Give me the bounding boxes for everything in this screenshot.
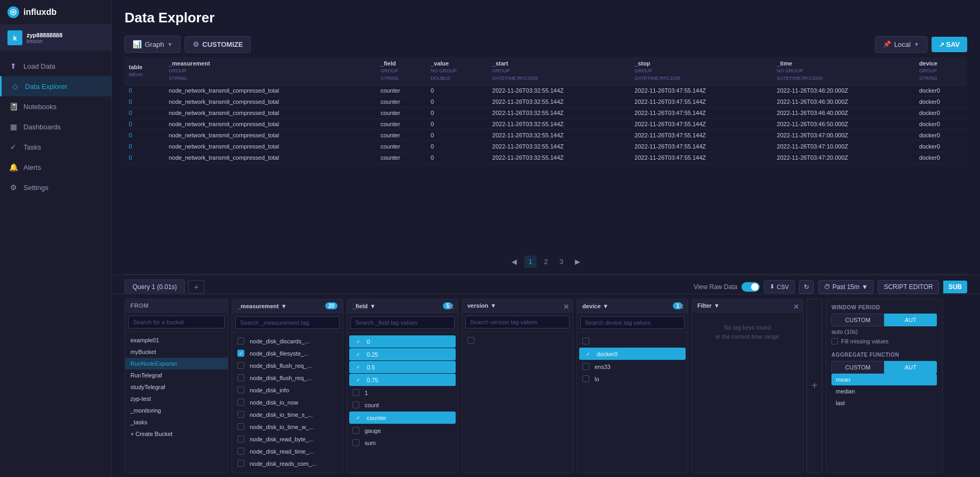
list-item[interactable]: RunNodeExporter — [125, 358, 228, 369]
list-item[interactable]: gauge — [347, 424, 458, 437]
list-item[interactable]: RunTelegraf — [125, 369, 228, 381]
agg-auto-button[interactable]: AUT — [884, 361, 937, 374]
filter-device-close[interactable]: ✕ — [678, 302, 685, 311]
local-button[interactable]: 📌 Local ▼ — [875, 36, 927, 53]
list-item[interactable]: ✓0.25 — [349, 348, 456, 360]
device-checkbox[interactable] — [582, 338, 589, 344]
measurement-checkbox[interactable] — [237, 338, 244, 344]
prev-page-button[interactable]: ◀ — [507, 256, 521, 268]
next-page-button[interactable]: ▶ — [571, 256, 584, 268]
sidebar-item-alerts[interactable]: 🔔 Alerts — [0, 157, 111, 177]
list-item[interactable]: node_disk_io_time_s_... — [232, 408, 343, 421]
field-search-input[interactable] — [350, 316, 455, 329]
list-item[interactable]: node_disk_read_byte_... — [232, 433, 343, 445]
field-checkbox[interactable]: ✓ — [355, 364, 361, 371]
fill-missing-checkbox[interactable] — [831, 338, 838, 344]
add-filter-button[interactable]: + — [806, 299, 822, 473]
filter-version-close[interactable]: ✕ — [563, 302, 570, 311]
filter-device-select[interactable]: device ▼ — [582, 303, 608, 309]
aggregate-item[interactable]: mean — [831, 374, 937, 385]
sidebar-item-tasks[interactable]: ✓ Tasks — [0, 137, 111, 157]
version-checkbox[interactable] — [467, 337, 474, 344]
version-search-input[interactable] — [465, 316, 570, 328]
measurement-checkbox[interactable] — [237, 386, 244, 393]
device-checkbox[interactable] — [582, 375, 589, 382]
filter-field-close[interactable]: ✕ — [448, 302, 455, 311]
list-item[interactable]: example01 — [125, 334, 228, 346]
list-item[interactable]: sum — [347, 437, 458, 449]
field-checkbox[interactable] — [352, 401, 359, 408]
measurement-checkbox[interactable] — [237, 448, 244, 455]
time-range-button[interactable]: ⏱ Past 15m ▼ — [818, 280, 874, 294]
save-button[interactable]: ↗ SAV — [932, 37, 967, 52]
list-item[interactable]: 1 — [347, 386, 458, 399]
list-item[interactable] — [577, 335, 688, 347]
sidebar-item-settings[interactable]: ⚙ Settings — [0, 177, 111, 198]
list-item[interactable]: + Create Bucket — [125, 428, 228, 440]
list-item[interactable]: ✓counter — [349, 412, 456, 424]
refresh-button[interactable]: ↻ — [799, 280, 814, 294]
list-item[interactable]: studyTelegraf — [125, 381, 228, 393]
list-item[interactable]: node_disk_flush_req_... — [232, 372, 343, 384]
list-item[interactable]: _tasks — [125, 416, 228, 428]
measurement-checkbox[interactable] — [237, 460, 244, 467]
measurement-checkbox[interactable] — [237, 423, 244, 430]
add-query-button[interactable]: + — [188, 280, 204, 294]
list-item[interactable]: ✓docker0 — [579, 348, 686, 360]
list-item[interactable]: ✓0 — [349, 335, 456, 348]
sidebar-item-data-explorer[interactable]: ◇ Data Explorer — [0, 76, 111, 96]
list-item[interactable]: ✓node_disk_filesyste_... — [232, 347, 343, 359]
list-item[interactable]: node_disk_read_time_... — [232, 445, 343, 457]
measurement-checkbox[interactable] — [237, 411, 244, 418]
measurement-checkbox[interactable] — [237, 374, 244, 381]
window-auto-button[interactable]: AUT — [884, 314, 937, 326]
submit-button[interactable]: SUB — [943, 281, 967, 293]
list-item[interactable]: zyp-test — [125, 393, 228, 405]
device-checkbox[interactable]: ✓ — [584, 350, 591, 357]
device-checkbox[interactable] — [582, 363, 589, 370]
measurement-checkbox[interactable] — [237, 399, 244, 406]
list-item[interactable]: ✓0.75 — [349, 374, 456, 386]
list-item[interactable]: ens33 — [577, 360, 688, 373]
list-item[interactable]: node_disk_info — [232, 384, 343, 396]
agg-custom-button[interactable]: CUSTOM — [831, 361, 884, 374]
view-raw-toggle[interactable] — [742, 282, 760, 292]
csv-button[interactable]: ⬇ CSV — [764, 280, 795, 293]
measurement-checkbox[interactable] — [237, 435, 244, 442]
field-checkbox[interactable]: ✓ — [355, 414, 361, 421]
page-1-button[interactable]: 1 — [524, 256, 537, 268]
field-checkbox[interactable]: ✓ — [355, 338, 361, 345]
list-item[interactable]: ✓0.5 — [349, 361, 456, 373]
sidebar-item-load-data[interactable]: ⬆ Load Data — [0, 56, 111, 76]
aggregate-item[interactable]: last — [831, 397, 937, 409]
sidebar-item-notebooks[interactable]: 📓 Notebooks — [0, 96, 111, 117]
filter-empty-select[interactable]: Filter ▼ — [697, 302, 720, 309]
list-item[interactable]: node_disk_reads_com_... — [232, 457, 343, 470]
aggregate-item[interactable]: median — [831, 385, 937, 397]
customize-button[interactable]: ⚙ CUSTOMIZE — [185, 36, 251, 53]
field-checkbox[interactable] — [352, 427, 359, 434]
measurement-search-input[interactable] — [235, 316, 340, 329]
page-2-button[interactable]: 2 — [540, 256, 552, 268]
filter-field-select[interactable]: _field ▼ — [352, 303, 376, 309]
field-checkbox[interactable]: ✓ — [355, 376, 361, 383]
window-custom-button[interactable]: CUSTOM — [831, 314, 884, 326]
measurement-checkbox[interactable]: ✓ — [237, 350, 244, 357]
list-item[interactable]: lo — [577, 373, 688, 385]
graph-button[interactable]: 📊 Graph ▼ — [125, 36, 180, 53]
list-item[interactable]: node_disk_flush_req_... — [232, 359, 343, 372]
script-editor-button[interactable]: SCRIPT EDITOR — [878, 280, 938, 294]
query-tab-1[interactable]: Query 1 (0.01s) — [125, 279, 185, 294]
filter-version-select[interactable]: version ▼ — [467, 302, 496, 309]
filter-empty-close[interactable]: ✕ — [793, 302, 800, 311]
list-item[interactable]: node_disk_io_time_w_... — [232, 421, 343, 433]
field-checkbox[interactable] — [352, 439, 359, 446]
list-item[interactable]: node_disk_discards_... — [232, 335, 343, 347]
list-item[interactable]: node_disk_io_now — [232, 396, 343, 408]
measurement-checkbox[interactable] — [237, 362, 244, 369]
bucket-search-input[interactable] — [128, 316, 225, 328]
field-checkbox[interactable]: ✓ — [355, 351, 361, 358]
field-checkbox[interactable] — [352, 389, 359, 396]
list-item[interactable]: _monitoring — [125, 405, 228, 416]
filter-measurement-select[interactable]: _measurement ▼ — [237, 303, 287, 309]
